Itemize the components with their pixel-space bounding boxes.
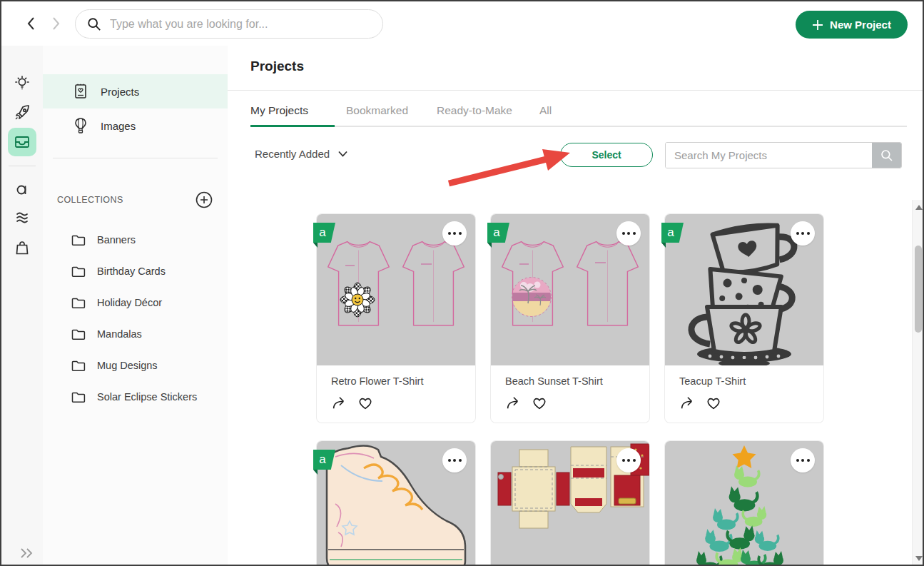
sort-label: Recently Added bbox=[255, 148, 330, 160]
scroll-up-arrow[interactable] bbox=[915, 205, 923, 210]
collection-label: Mandalas bbox=[97, 328, 142, 340]
project-thumbnail: a bbox=[317, 441, 475, 566]
inbox-icon bbox=[14, 133, 31, 151]
project-card[interactable] bbox=[665, 441, 823, 566]
main-content: Projects My Projects Bookmarked Ready-to… bbox=[228, 46, 924, 566]
folder-icon bbox=[71, 233, 86, 246]
favorite-button[interactable] bbox=[357, 395, 373, 411]
rail-item-patterns[interactable] bbox=[8, 203, 36, 232]
plus-circle-icon bbox=[195, 191, 213, 209]
project-search bbox=[665, 142, 902, 168]
rail-item-shop[interactable] bbox=[8, 233, 36, 262]
rail-divider bbox=[9, 166, 36, 166]
rail-item-inspiration[interactable] bbox=[8, 69, 36, 98]
hot-air-balloon-icon bbox=[73, 117, 88, 134]
share-icon bbox=[679, 395, 695, 411]
chevron-right-icon bbox=[52, 16, 61, 31]
project-title: Teacup T-Shirt bbox=[679, 375, 823, 387]
card-menu-button[interactable] bbox=[791, 448, 815, 472]
tab-track bbox=[250, 126, 907, 127]
sidebar-item-images[interactable]: Images bbox=[43, 108, 228, 143]
rail-item-access[interactable] bbox=[8, 174, 36, 203]
new-project-label: New Project bbox=[830, 19, 891, 31]
favorite-button[interactable] bbox=[706, 395, 721, 411]
folder-icon bbox=[71, 390, 86, 403]
collection-item-holiday-decor[interactable]: Holiday Décor bbox=[43, 287, 228, 318]
collection-item-mandalas[interactable]: Mandalas bbox=[43, 318, 228, 350]
project-title: Retro Flower T-Shirt bbox=[331, 375, 475, 387]
badge-letter: a bbox=[493, 226, 499, 240]
project-thumbnail: a bbox=[491, 214, 649, 365]
tab-my-projects[interactable]: My Projects bbox=[250, 104, 308, 117]
project-card[interactable]: a Teacup T-Shirt bbox=[665, 214, 823, 423]
app-window: New Project bbox=[0, 0, 924, 566]
project-card[interactable] bbox=[491, 441, 649, 566]
share-button[interactable] bbox=[679, 395, 695, 411]
collection-label: Banners bbox=[97, 234, 136, 246]
project-thumbnail: a bbox=[665, 214, 823, 365]
new-project-button[interactable]: New Project bbox=[796, 11, 908, 39]
add-collection-button[interactable] bbox=[195, 191, 213, 209]
collection-label: Mug Designs bbox=[97, 360, 158, 371]
share-icon bbox=[505, 395, 521, 411]
sidebar-item-label: Images bbox=[101, 120, 136, 132]
project-search-submit-button[interactable] bbox=[872, 143, 901, 168]
favorite-button[interactable] bbox=[532, 395, 547, 411]
folder-icon bbox=[71, 359, 86, 372]
sidebar-item-projects[interactable]: Projects bbox=[43, 74, 228, 108]
collection-item-banners[interactable]: Banners bbox=[43, 224, 228, 256]
project-card[interactable]: a Retro Flower T-Shirt bbox=[317, 214, 475, 423]
share-button[interactable] bbox=[505, 395, 521, 411]
folder-icon bbox=[71, 296, 86, 309]
project-card[interactable]: a bbox=[317, 441, 475, 566]
share-button[interactable] bbox=[331, 395, 347, 411]
card-menu-button[interactable] bbox=[442, 221, 467, 246]
notebook-heart-icon bbox=[73, 83, 88, 100]
collection-item-solar-eclipse-stickers[interactable]: Solar Eclipse Stickers bbox=[43, 381, 228, 413]
select-button[interactable]: Select bbox=[560, 143, 653, 167]
rocket-icon bbox=[13, 103, 31, 122]
collections-header-label: COLLECTIONS bbox=[57, 195, 123, 205]
waves-icon bbox=[13, 208, 31, 227]
project-title: Beach Sunset T-Shirt bbox=[505, 375, 649, 387]
back-button[interactable] bbox=[21, 14, 40, 33]
tab-bookmarked[interactable]: Bookmarked bbox=[346, 104, 408, 117]
sidebar-divider bbox=[53, 158, 218, 158]
bag-icon bbox=[14, 239, 31, 256]
badge-letter: a bbox=[667, 226, 674, 240]
card-menu-button[interactable] bbox=[791, 221, 815, 246]
project-thumbnail bbox=[491, 441, 649, 566]
tab-ready-to-make[interactable]: Ready-to-Make bbox=[437, 104, 512, 117]
project-card[interactable]: a Beach Sunset T-Shirt bbox=[491, 214, 649, 423]
card-menu-button[interactable] bbox=[616, 221, 641, 246]
share-icon bbox=[331, 395, 347, 411]
rail-item-getting-started[interactable] bbox=[8, 98, 36, 127]
scrollbar-thumb[interactable] bbox=[915, 246, 922, 333]
collection-item-mug-designs[interactable]: Mug Designs bbox=[43, 350, 228, 381]
a-logo-icon bbox=[14, 180, 31, 197]
rail-item-projects[interactable] bbox=[8, 128, 36, 156]
project-search-input[interactable] bbox=[666, 143, 872, 168]
badge-letter: a bbox=[319, 453, 325, 467]
sidebar-item-label: Projects bbox=[101, 86, 139, 98]
scrollbar[interactable] bbox=[912, 200, 924, 566]
tab-all[interactable]: All bbox=[539, 104, 552, 117]
card-footer: Teacup T-Shirt bbox=[665, 365, 823, 423]
card-menu-button[interactable] bbox=[442, 448, 467, 472]
rail-expand-button[interactable] bbox=[14, 547, 39, 560]
scroll-down-arrow[interactable] bbox=[915, 556, 923, 561]
global-search bbox=[75, 9, 383, 39]
active-tab-underline bbox=[250, 125, 335, 127]
heart-icon bbox=[706, 395, 721, 411]
sort-dropdown[interactable]: Recently Added bbox=[250, 147, 352, 161]
global-search-input[interactable] bbox=[108, 17, 371, 31]
project-thumbnail: a bbox=[317, 214, 475, 365]
icon-rail bbox=[1, 46, 44, 566]
forward-button[interactable] bbox=[47, 14, 66, 33]
double-chevron-right-icon bbox=[19, 547, 34, 559]
heart-icon bbox=[532, 395, 547, 411]
search-icon bbox=[880, 149, 893, 162]
collection-item-birthday-cards[interactable]: Birthday Cards bbox=[43, 256, 228, 287]
lightbulb-icon bbox=[13, 74, 31, 93]
card-menu-button[interactable] bbox=[616, 448, 641, 472]
